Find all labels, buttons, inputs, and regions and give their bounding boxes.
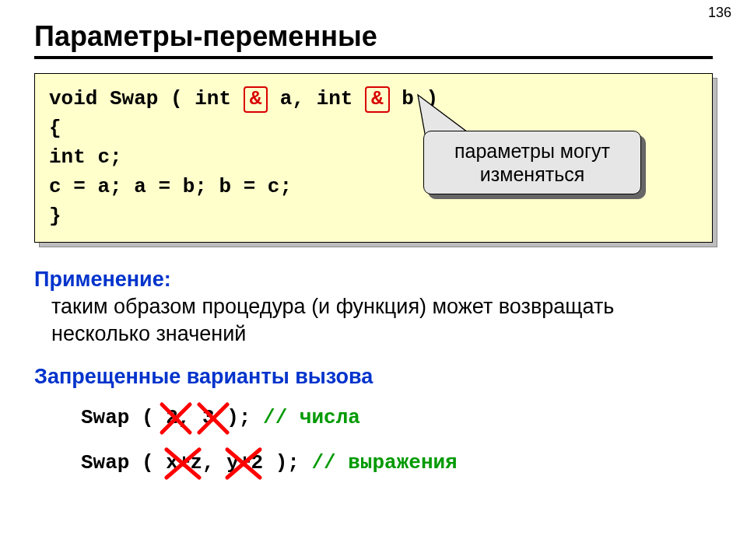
forbidden-example-2: Swap ( x+z, y+2 ); // выражения [81, 451, 713, 474]
usage-text: таким образом процедура (и функция) може… [51, 293, 713, 347]
code-line-5: } [49, 202, 698, 232]
usage-heading: Применение: [34, 268, 713, 292]
slide-title: Параметры-переменные [34, 20, 713, 53]
code-text: a, int [268, 87, 365, 110]
code-block: void Swap ( int & a, int & b ) { int c; … [34, 73, 713, 243]
code-text: Swap ( x+z, y+2 ); [81, 451, 311, 474]
ref-amp-a: & [244, 86, 268, 113]
forbidden-heading: Запрещенные варианты вызова [34, 365, 713, 389]
code-text: void Swap ( int [49, 87, 244, 110]
code-text: Swap ( 2, 3 ); [81, 406, 263, 429]
code-line-1: void Swap ( int & a, int & b ) [49, 85, 698, 114]
callout-line-2: изменяться [440, 163, 625, 186]
forbidden-example-1: Swap ( 2, 3 ); // числа [81, 406, 713, 429]
callout: параметры могут изменяться [423, 131, 641, 194]
title-underline [34, 56, 713, 59]
callout-box: параметры могут изменяться [423, 131, 641, 194]
slide: 136 Параметры-переменные void Swap ( int… [0, 0, 747, 560]
callout-line-1: параметры могут [440, 139, 625, 163]
ref-amp-b: & [365, 86, 390, 113]
page-number: 136 [708, 5, 731, 21]
code-comment: // числа [263, 406, 360, 429]
code-comment: // выражения [311, 451, 457, 474]
